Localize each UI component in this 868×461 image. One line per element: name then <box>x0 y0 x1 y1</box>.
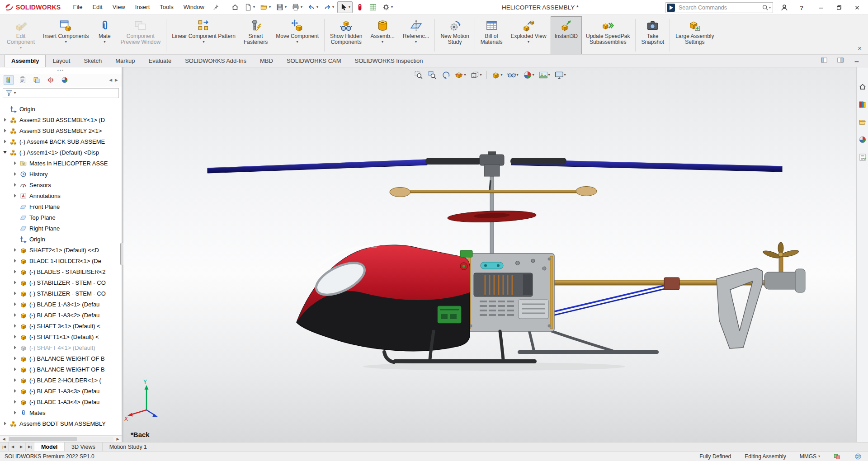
file-explorer-button[interactable] <box>858 117 868 127</box>
new-motion-study-button[interactable]: New MotionStudy <box>436 16 473 54</box>
filter-input[interactable] <box>17 90 116 96</box>
menu-file[interactable]: File <box>68 0 87 14</box>
options-button[interactable]: ▾ <box>380 2 395 13</box>
tree-item-top-plane[interactable]: Top Plane <box>0 212 122 223</box>
exploded-view-button[interactable]: Exploded View▾ <box>506 16 550 54</box>
expand-arrow-icon[interactable] <box>13 389 17 393</box>
close-commandmanager-button[interactable]: × <box>858 45 862 52</box>
expand-arrow-icon[interactable] <box>13 367 17 371</box>
tab-evaluate[interactable]: Evaluate <box>142 55 179 67</box>
expand-arrow-icon[interactable] <box>13 400 17 404</box>
expand-arrow-icon[interactable] <box>13 324 17 328</box>
3dexperience-status-button[interactable] <box>854 453 862 460</box>
expand-arrow-icon[interactable] <box>13 292 17 295</box>
configurationmanager-tab[interactable] <box>32 75 42 85</box>
pin-menu-icon[interactable] <box>212 4 219 11</box>
tree-horizontal-scrollbar[interactable]: ◀ ▶ <box>0 435 122 442</box>
save-button[interactable]: ▾ <box>274 2 288 13</box>
dropdown-caret[interactable]: ▾ <box>301 5 302 9</box>
edit-appearance-button[interactable]: ▾ <box>521 69 536 81</box>
tree-item-shaft-3-1-default[interactable]: (-) SHAFT 3<1> (Default) < <box>0 320 122 331</box>
pane-display-left-button[interactable] <box>819 56 829 65</box>
expand-arrow-icon[interactable] <box>13 248 17 252</box>
dropdown-caret[interactable]: ▾ <box>65 40 67 44</box>
scroll-right-icon[interactable]: ▶ <box>114 437 122 441</box>
update-speedpak-button[interactable]: Update SpeedPakSubassemblies <box>582 16 634 54</box>
dropdown-caret[interactable]: ▾ <box>20 46 22 50</box>
dropdown-caret[interactable]: ▾ <box>391 5 393 9</box>
doc-tab-scroll-0[interactable]: |◀ <box>0 442 9 451</box>
menu-view[interactable]: View <box>108 0 130 14</box>
tree-item-blade-1-a3-2-defau[interactable]: (-) BLADE 1-A3<2> (Defau <box>0 310 122 320</box>
tree-item-history[interactable]: History <box>0 169 122 179</box>
undo-button[interactable]: ▾ <box>306 2 320 13</box>
mate-button[interactable]: Mate▾ <box>93 16 116 54</box>
tree-item-blades-stabiliser-2[interactable]: (-) BLADES - STABILISER<2 <box>0 266 122 277</box>
close-window-button[interactable] <box>848 0 866 15</box>
dropdown-caret[interactable]: ▾ <box>349 5 350 9</box>
3dexperience-search-icon[interactable] <box>666 3 675 12</box>
menu-tools[interactable]: Tools <box>155 0 178 14</box>
help-button[interactable] <box>796 2 807 13</box>
expand-arrow-icon[interactable] <box>13 411 17 414</box>
insert-components-button[interactable]: Insert Components▾ <box>39 16 93 54</box>
scroll-left-icon[interactable]: ◀ <box>0 437 8 441</box>
expand-arrow-icon[interactable] <box>13 346 17 349</box>
expand-arrow-icon[interactable] <box>13 270 17 273</box>
dropdown-caret[interactable]: ▾ <box>332 5 334 9</box>
open-document-button[interactable]: ▾ <box>258 2 273 13</box>
print-button[interactable]: ▾ <box>290 2 304 13</box>
propertymanager-tab[interactable] <box>18 75 28 85</box>
tree-item-mates-in-helicopter-asse[interactable]: Mates in HELICOPTER ASSE <box>0 158 122 169</box>
filter-caret[interactable]: ▾ <box>14 91 16 95</box>
home-button[interactable] <box>229 2 241 13</box>
menu-insert[interactable]: Insert <box>130 0 155 14</box>
expand-arrow-icon[interactable] <box>13 302 17 306</box>
tree-item-assem3-sub-assembly-2-1[interactable]: Assem3 SUB ASSEMBLY 2<1> <box>0 125 122 136</box>
custom-properties-button[interactable] <box>858 152 868 162</box>
previous-view-button[interactable] <box>439 69 452 81</box>
component-preview-window-button[interactable]: ComponentPreview Window <box>116 16 165 54</box>
tree-item-origin[interactable]: Origin <box>0 234 122 245</box>
tree-item-front-plane[interactable]: Front Plane <box>0 201 122 212</box>
expand-arrow-icon[interactable] <box>13 378 17 382</box>
tags-button[interactable] <box>834 453 841 460</box>
linear-component-pattern-button[interactable]: Linear Component Pattern▾ <box>168 16 240 54</box>
minimize-window-button[interactable] <box>812 0 830 15</box>
tree-item-blade-1-a3-4-defau[interactable]: (-) BLADE 1-A3<4> (Defau <box>0 396 122 407</box>
menu-window[interactable]: Window <box>179 0 209 14</box>
dropdown-caret[interactable]: ▾ <box>818 455 820 458</box>
tab-solidworks-inspection[interactable]: SOLIDWORKS Inspection <box>348 55 430 67</box>
select-button[interactable]: ▾ <box>337 1 353 13</box>
display-style-button[interactable]: ▾ <box>489 69 504 81</box>
doc-tab-motion-study-1[interactable]: Motion Study 1 <box>103 442 154 451</box>
design-checker-button[interactable] <box>367 2 379 13</box>
section-view-button[interactable]: ▾ <box>453 69 467 81</box>
edit-component-button[interactable]: EditComponent▾ <box>3 16 39 54</box>
filter-funnel-icon[interactable] <box>5 89 13 97</box>
tree-item-sensors[interactable]: Sensors <box>0 179 122 190</box>
doc-tab-scroll-1[interactable]: ◀ <box>9 442 17 451</box>
hide-show-items-button[interactable]: ▾ <box>505 69 520 81</box>
expand-arrow-icon[interactable] <box>13 335 17 339</box>
show-hidden-components-button[interactable]: Show HiddenComponents <box>326 16 366 54</box>
dropdown-caret[interactable]: ▾ <box>297 40 298 44</box>
tree-item-blade-2-holder-1[interactable]: (-) BLADE 2-HOLDER<1> ( <box>0 375 122 386</box>
expand-arrow-icon[interactable] <box>3 129 7 132</box>
dropdown-caret[interactable]: ▾ <box>285 5 287 9</box>
tree-item-blade-1-a3-1-defau[interactable]: (-) BLADE 1-A3<1> (Defau <box>0 299 122 310</box>
tab-scroll-left-icon[interactable]: ◀ <box>109 78 112 82</box>
tree-item-right-plane[interactable]: Right Plane <box>0 223 122 234</box>
displaymanager-tab[interactable] <box>60 75 70 85</box>
restore-window-button[interactable] <box>830 0 848 15</box>
dropdown-caret[interactable]: ▾ <box>415 40 417 44</box>
scrollbar-thumb[interactable] <box>9 437 77 441</box>
tree-item-assem2-sub-assembly-1-d[interactable]: Assem2 SUB ASSEMBLY<1> (D <box>0 114 122 125</box>
design-library-button[interactable] <box>858 99 868 109</box>
task-pane-home-button[interactable] <box>858 82 868 92</box>
featuremanager-tab[interactable] <box>4 75 14 85</box>
dropdown-caret[interactable]: ▾ <box>464 73 466 77</box>
tab-assembly[interactable]: Assembly <box>5 55 46 67</box>
assembly-features-button[interactable]: Assemb...▾ <box>366 16 398 54</box>
tree-item-blade-1-a3-3-defau[interactable]: (-) BLADE 1-A3<3> (Defau <box>0 386 122 396</box>
